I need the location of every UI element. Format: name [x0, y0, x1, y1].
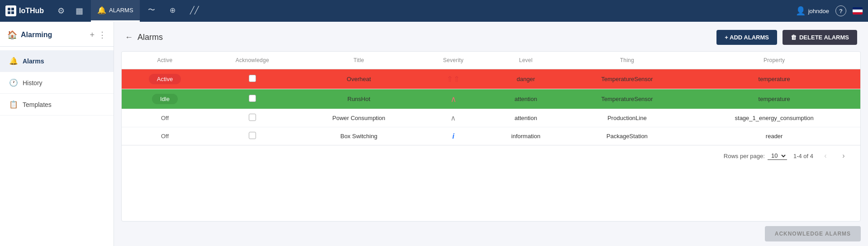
app-name: IoTHub [19, 7, 44, 15]
cell-level-4: information [486, 127, 566, 145]
table-row: Off Box Switching i information PackageS… [122, 127, 860, 145]
table-row: Idle RunsHot ∧ attention TemperatureSens… [122, 89, 860, 109]
cell-property-3: stage_1_energy_consumption [688, 109, 860, 127]
cell-severity-3: ∧ [421, 109, 486, 127]
signal-icon: ╱╱ [190, 6, 199, 14]
cell-title-4: Box Switching [297, 127, 421, 145]
col-level: Level [486, 52, 566, 69]
status-badge-idle[interactable]: Idle [152, 94, 178, 104]
add-sidebar-icon[interactable]: + [90, 30, 95, 40]
nav-chart[interactable]: 〜 [142, 0, 161, 22]
col-thing: Thing [566, 52, 688, 69]
table-row: Off Power Consumption ∧ attention Produc… [122, 109, 860, 127]
cell-title-2: RunsHot [297, 89, 421, 109]
cell-title-3: Power Consumption [297, 109, 421, 127]
cell-property-1: temperature [688, 69, 860, 89]
cell-level-1: danger [486, 69, 566, 89]
topnav: IoTHub ⚙ ▦ 🔔 ALARMS 〜 ⊕ ╱╱ 👤 johndoe ? [0, 0, 868, 22]
history-icon: 🕐 [9, 78, 18, 87]
cell-acknowledge-3 [208, 109, 297, 127]
settings-nav-icon[interactable]: ⚙ [55, 5, 67, 17]
rows-per-page-select[interactable]: 10 25 50 [768, 152, 787, 160]
next-page-button[interactable]: › [838, 150, 849, 162]
sidebar-item-templates[interactable]: 📋 Templates [0, 94, 114, 116]
cell-severity-2: ∧ [421, 89, 486, 109]
cell-severity-1: ⇑⇑ [421, 69, 486, 89]
alarm-nav-icon: 🔔 [97, 6, 106, 14]
cell-active-3: Off [122, 109, 208, 127]
acknowledge-section: ACKNOWLEDGE ALARMS [114, 222, 868, 246]
cell-active-4: Off [122, 127, 208, 145]
alarms-table: Active Acknowledge Title Severity Level … [122, 52, 860, 145]
add-alarms-button[interactable]: + ADD ALARMS [716, 30, 777, 45]
prev-page-button[interactable]: ‹ [820, 150, 831, 162]
more-sidebar-icon[interactable]: ⋮ [98, 30, 106, 40]
acknowledge-checkbox-3[interactable] [249, 114, 256, 121]
cell-level-2: attention [486, 89, 566, 109]
sidebar-item-templates-label: Templates [23, 101, 52, 108]
svg-rect-3 [11, 11, 14, 14]
status-badge-active[interactable]: Active [149, 74, 181, 84]
acknowledge-checkbox-1[interactable] [249, 75, 256, 82]
nav-alarms-label: ALARMS [109, 7, 133, 14]
severity-icon-attention: ∧ [451, 95, 456, 104]
cell-level-3: attention [486, 109, 566, 127]
cell-thing-3: ProductionLine [566, 109, 688, 127]
content-header-right: + ADD ALARMS 🗑 DELETE ALARMS [716, 30, 857, 45]
nav-alarms[interactable]: 🔔 ALARMS [91, 0, 139, 22]
cell-title-1: Overheat [297, 69, 421, 89]
sidebar-nav: 🔔 Alarms 🕐 History 📋 Templates [0, 47, 114, 116]
severity-icon-info: i [452, 132, 454, 140]
user-menu[interactable]: 👤 johndoe [796, 6, 829, 16]
user-avatar-icon: 👤 [796, 6, 806, 16]
logo-icon [5, 5, 16, 16]
alarms-table-container: Active Acknowledge Title Severity Level … [121, 51, 861, 222]
sidebar-header-icons: + ⋮ [90, 30, 106, 40]
severity-icon-attention-up: ∧ [451, 114, 456, 122]
sidebar: 🏠 Alarming + ⋮ 🔔 Alarms 🕐 History 📋 Temp… [0, 22, 114, 246]
acknowledge-checkbox-2[interactable] [249, 95, 256, 102]
trash-icon: 🗑 [791, 34, 797, 41]
template-icon: 📋 [9, 100, 18, 109]
table-row: Active Overheat ⇑⇑ danger TemperatureSen… [122, 69, 860, 89]
cell-thing-1: TemperatureSensor [566, 69, 688, 89]
rows-per-page-label: Rows per page: [724, 153, 765, 159]
chart-icon: 〜 [148, 5, 155, 15]
sidebar-title: 🏠 Alarming [7, 30, 52, 40]
col-acknowledge: Acknowledge [208, 52, 297, 69]
content: ← Alarms + ADD ALARMS 🗑 DELETE ALARMS Ac… [114, 22, 868, 246]
alarms-icon: 🔔 [9, 57, 18, 65]
col-active: Active [122, 52, 208, 69]
back-button[interactable]: ← [125, 33, 133, 42]
page-title: Alarms [138, 33, 163, 42]
sidebar-item-alarms[interactable]: 🔔 Alarms [0, 50, 114, 72]
nav-signal[interactable]: ╱╱ [184, 0, 205, 22]
globe-icon: ⊕ [170, 6, 175, 14]
nav-globe[interactable]: ⊕ [163, 0, 182, 22]
acknowledge-checkbox-4[interactable] [249, 132, 256, 139]
table-footer: Rows per page: 10 25 50 1-4 of 4 ‹ › [122, 145, 860, 166]
pagination-info: 1-4 of 4 [793, 153, 813, 159]
cell-acknowledge-2 [208, 89, 297, 109]
language-flag[interactable] [853, 7, 863, 14]
col-severity: Severity [421, 52, 486, 69]
delete-alarms-button[interactable]: 🗑 DELETE ALARMS [783, 30, 857, 45]
col-property: Property [688, 52, 860, 69]
cell-acknowledge-1 [208, 69, 297, 89]
sidebar-item-history[interactable]: 🕐 History [0, 72, 114, 94]
cell-active-2: Idle [122, 89, 208, 109]
help-icon[interactable]: ? [835, 5, 846, 16]
status-badge-off-3: Off [161, 115, 169, 121]
svg-rect-0 [8, 8, 10, 10]
cell-active-1: Active [122, 69, 208, 89]
acknowledge-alarms-button[interactable]: ACKNOWLEDGE ALARMS [765, 226, 861, 241]
grid-nav-icon[interactable]: ▦ [73, 5, 85, 17]
sidebar-item-history-label: History [23, 79, 43, 87]
cell-severity-4: i [421, 127, 486, 145]
cell-thing-4: PackageStation [566, 127, 688, 145]
svg-rect-2 [8, 11, 10, 14]
home-icon: 🏠 [7, 30, 17, 40]
col-title: Title [297, 52, 421, 69]
app-logo[interactable]: IoTHub [5, 5, 44, 16]
sidebar-header: 🏠 Alarming + ⋮ [0, 22, 114, 47]
